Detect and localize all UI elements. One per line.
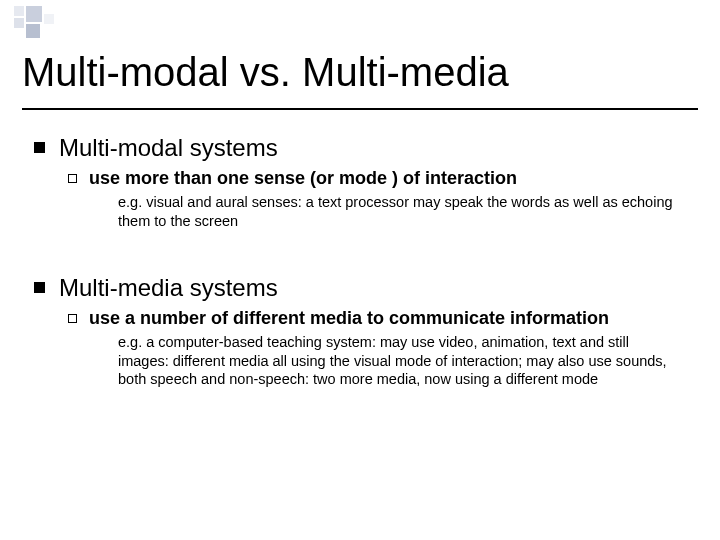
slide: Multi-modal vs. Multi-media Multi-modal … — [0, 0, 720, 540]
bullet-square-solid-icon — [34, 142, 45, 153]
section-heading: Multi-media systems — [59, 274, 278, 302]
section-example: e.g. visual and aural senses: a text pro… — [118, 193, 676, 230]
list-item: use more than one sense (or mode ) of in… — [68, 168, 686, 189]
section-heading: Multi-modal systems — [59, 134, 278, 162]
list-item: Multi-media systems — [34, 274, 686, 302]
bullet-square-hollow-icon — [68, 174, 77, 183]
slide-title: Multi-modal vs. Multi-media — [22, 50, 509, 95]
list-item: Multi-modal systems — [34, 134, 686, 162]
section-subheading: use more than one sense (or mode ) of in… — [89, 168, 517, 189]
title-underline — [22, 108, 698, 110]
corner-decoration — [14, 6, 94, 42]
slide-content: Multi-modal systems use more than one se… — [34, 134, 686, 413]
list-item: use a number of different media to commu… — [68, 308, 686, 329]
section-subheading: use a number of different media to commu… — [89, 308, 609, 329]
bullet-square-hollow-icon — [68, 314, 77, 323]
bullet-square-solid-icon — [34, 282, 45, 293]
section-example: e.g. a computer-based teaching system: m… — [118, 333, 676, 389]
